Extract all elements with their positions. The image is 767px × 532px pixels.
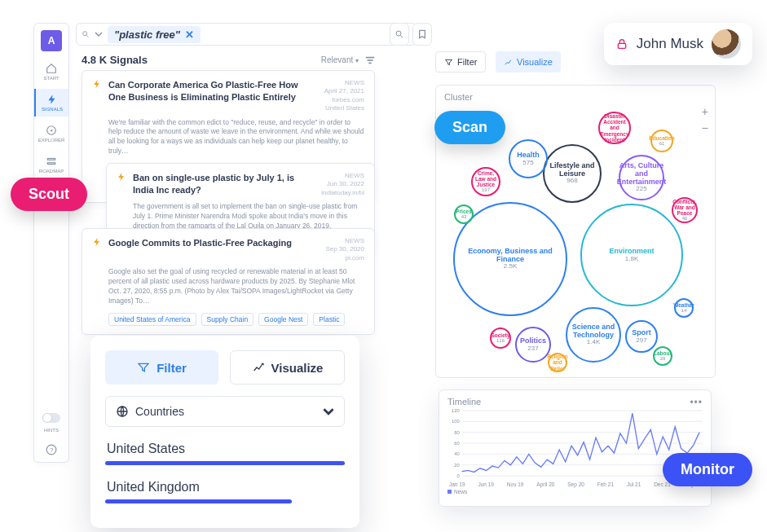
cluster-bubble[interactable]: Lifestyle and Leisure968: [543, 144, 602, 203]
lock-icon: [615, 37, 628, 51]
visualize-button-large[interactable]: Visualize: [230, 350, 345, 385]
svg-line-8: [401, 36, 403, 38]
tag[interactable]: Plastic: [313, 313, 345, 326]
bolt-icon: [46, 94, 58, 105]
svg-line-6: [86, 35, 88, 37]
svg-rect-2: [47, 163, 55, 165]
left-nav-rail: A START SIGNALS EXPLORER ROADMAP HINTS ?: [33, 23, 69, 463]
cluster-bubble[interactable]: Environment1.8K: [580, 204, 683, 306]
svg-text:20: 20: [454, 463, 460, 468]
cluster-bubble[interactable]: Conflicts, War and Peace46: [672, 197, 698, 223]
cluster-bubble[interactable]: Health575: [509, 139, 548, 178]
bolt-icon: [92, 237, 102, 247]
cluster-bubble[interactable]: Science and Technology1.4K: [566, 307, 621, 363]
scan-pill: Scan: [434, 111, 505, 144]
search-chip[interactable]: "plastic free" ✕: [108, 26, 201, 43]
nav-label: ROADMAP: [39, 169, 64, 174]
cluster-bubble[interactable]: Labour29: [653, 346, 672, 366]
result-description: We're familiar with the common edict to …: [108, 118, 364, 157]
scout-pill: Scout: [11, 178, 87, 211]
result-title: Ban on single-use plastic by July 1, is …: [133, 172, 302, 197]
cluster-label: Cluster: [444, 92, 473, 102]
help-icon[interactable]: ?: [46, 444, 57, 455]
country-row: United Kingdom: [105, 475, 345, 499]
user-chip[interactable]: John Musk: [604, 23, 752, 65]
cluster-bubble[interactable]: Crime, Law and Justice197: [471, 167, 500, 196]
tag[interactable]: Supply Chain: [201, 313, 254, 326]
cluster-canvas[interactable]: Economy, Business and Finance2.5KEnviron…: [441, 108, 710, 372]
home-icon: [46, 63, 57, 74]
hints-toggle[interactable]: [42, 413, 60, 423]
countries-dropdown[interactable]: Countries: [105, 396, 345, 427]
cluster-bubble[interactable]: Disaster Accident and Emergency Incident: [598, 112, 631, 144]
svg-point-7: [396, 31, 401, 36]
svg-text:60: 60: [454, 441, 460, 446]
search-bar[interactable]: "plastic free" ✕: [76, 23, 417, 46]
filter-button-large[interactable]: Filter: [105, 350, 218, 385]
app-logo[interactable]: A: [41, 30, 62, 51]
result-meta: NEWS Jun 30, 2022 indiatoday.in/bi: [309, 172, 364, 197]
timeline-panel: Timeline ••• 020406080100120 Jan 19Jun 1…: [439, 389, 712, 507]
result-title: Can Corporate America Go Plastic-Free Ho…: [108, 79, 302, 113]
cluster-bubble[interactable]: Religion and Belief: [548, 353, 567, 372]
tag[interactable]: Google Nest: [258, 313, 308, 326]
cluster-bubble[interactable]: Education61: [650, 130, 673, 152]
monitor-pill: Monitor: [663, 453, 752, 486]
visualize-button[interactable]: Visualize: [496, 51, 561, 73]
sort-lines-icon[interactable]: [365, 56, 375, 64]
filter-icon: [137, 361, 150, 374]
bolt-icon: [117, 172, 126, 182]
cluster-bubble[interactable]: Prices43: [454, 204, 474, 224]
svg-text:40: 40: [454, 451, 460, 456]
result-card[interactable]: Google Commits to Plastic-Free Packaging…: [82, 228, 375, 335]
chevron-down-icon: [95, 30, 103, 38]
country-bar: [105, 461, 345, 465]
globe-icon: [116, 405, 129, 418]
filter-icon: [444, 58, 453, 67]
result-title: Google Commits to Plastic-Free Packaging: [108, 237, 302, 262]
nav-explorer[interactable]: EXPLORER: [34, 120, 68, 147]
svg-text:?: ?: [50, 446, 53, 454]
results-count: 4.8 K Signals: [82, 54, 148, 66]
result-tags: United States of America Supply Chain Go…: [108, 313, 364, 326]
result-meta: NEWS April 27, 2021 forbes.com United St…: [309, 79, 364, 113]
svg-text:0: 0: [456, 473, 460, 478]
cluster-bubble[interactable]: Sport297: [625, 320, 658, 353]
result-meta: NEWS Sep 30, 2020 pi.com: [309, 237, 364, 262]
nav-start[interactable]: START: [34, 58, 68, 86]
nav-signals[interactable]: SIGNALS: [34, 89, 68, 117]
remove-chip-icon[interactable]: ✕: [185, 29, 194, 41]
timeline-label: Timeline: [447, 397, 703, 407]
bookmark-icon: [418, 29, 426, 39]
hints-label: HINTS: [44, 428, 59, 433]
nav-label: START: [43, 76, 59, 81]
filter-button[interactable]: Filter: [435, 51, 486, 73]
svg-rect-27: [618, 43, 625, 48]
search-icon: [82, 30, 90, 38]
svg-text:100: 100: [452, 419, 461, 424]
cluster-bubble[interactable]: Politics237: [515, 327, 551, 363]
avatar: [712, 29, 741, 59]
cluster-bubble[interactable]: Weather14: [674, 298, 694, 318]
nav-label: SIGNALS: [42, 107, 63, 112]
timeline-menu[interactable]: •••: [690, 397, 703, 408]
cluster-bubble[interactable]: Arts, Culture and Entertainment225: [619, 155, 664, 200]
svg-text:120: 120: [452, 408, 461, 413]
bolt-icon: [92, 79, 102, 89]
result-description: Google also set the goal of using recycl…: [108, 267, 364, 306]
nav-roadmap[interactable]: ROADMAP: [34, 151, 68, 178]
results-header: 4.8 K Signals Relevant ▾: [82, 54, 375, 66]
search-button[interactable]: [390, 23, 409, 46]
search-icon: [395, 29, 404, 39]
bookmark-button[interactable]: [412, 23, 432, 46]
timeline-xaxis: Jan 19Jun 19Nov 19April 20Sep 20Feb 21Ju…: [447, 481, 703, 487]
chart-icon: [252, 361, 265, 374]
roadmap-icon: [46, 156, 57, 167]
svg-rect-1: [47, 159, 55, 160]
cluster-bubble[interactable]: Society116: [490, 328, 511, 349]
svg-point-5: [83, 32, 87, 36]
country-bar: [105, 499, 292, 503]
sort-dropdown[interactable]: Relevant ▾: [321, 55, 359, 64]
tag[interactable]: United States of America: [108, 313, 196, 326]
timeline-legend: News: [447, 489, 703, 495]
